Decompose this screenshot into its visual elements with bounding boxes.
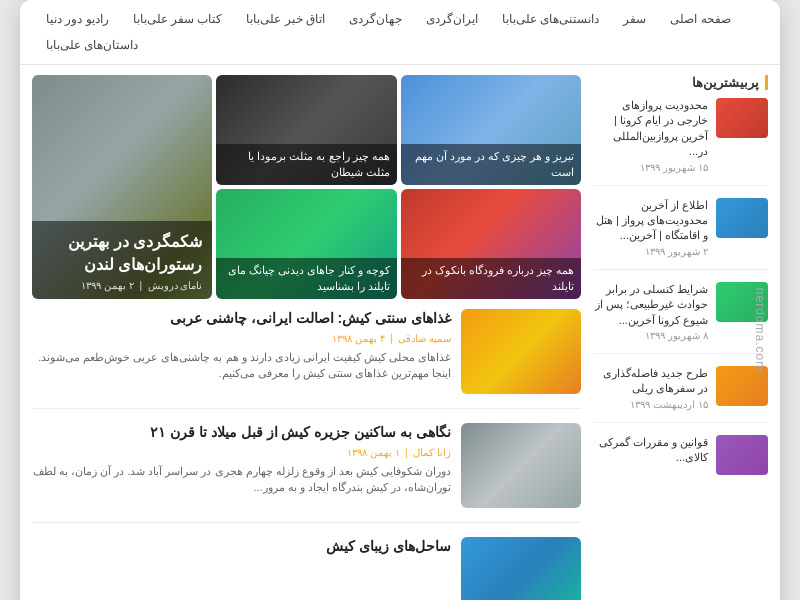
sidebar-text-3: طرح جدید فاصله‌گذاری در سفرهای ریلی ۱۵ ا… [593,366,708,410]
nav-item-0[interactable]: صفحه اصلی [660,8,740,30]
browser-frame: nerdoma.com صفحه اصلیسفردانستنی‌های علی‌… [20,0,780,600]
sidebar-title: پربیشترین‌ها [593,75,768,90]
sidebar-item-2[interactable]: شرایط کنسلی در برابر حوادث غیرطبیعی؛ پس … [593,282,768,354]
article-title-3: ساحل‌های زیبای کیش [32,537,451,557]
articles-list: غذاهای سنتی کیش: اصالت ایرانی، چاشنی عرب… [32,309,581,600]
nav-item-2[interactable]: دانستنی‌های علی‌بابا [492,8,609,30]
sidebar-item-4[interactable]: قوانین و مقررات گمرکی کالای... [593,435,768,487]
nav-item-8[interactable]: داستان‌های علی‌بابا [36,34,148,56]
nav-item-4[interactable]: جهان‌گردی [339,8,412,30]
main-content: پربیشترین‌ها محدودیت پروازهای خارجی در ا… [20,65,780,600]
nav-item-3[interactable]: ایران‌گردی [416,8,488,30]
nav-item-6[interactable]: کتاب سفر علی‌بابا [123,8,233,30]
nav-item-7[interactable]: رادیو دور دنیا [36,8,119,30]
article-thumb-1 [461,309,581,394]
article-info-1: غذاهای سنتی کیش: اصالت ایرانی، چاشنی عرب… [32,309,451,394]
hero-main[interactable]: شکمگردی در بهترین رستوران‌های لندن نامای… [32,75,212,299]
navbar: صفحه اصلیسفردانستنی‌های علی‌باباایران‌گر… [20,0,780,65]
article-card-2[interactable]: نگاهی به ساکنین جزیره کیش از قبل میلاد ت… [32,423,581,523]
sidebar-text-0: محدودیت پروازهای خارجی در ایام کرونا | آ… [593,98,708,173]
sidebar-item-title-4: قوانین و مقررات گمرکی کالای... [593,435,708,466]
sidebar-thumb-4 [716,435,768,475]
article-card-3[interactable]: ساحل‌های زیبای کیش [32,537,581,600]
sidebar-item-3[interactable]: طرح جدید فاصله‌گذاری در سفرهای ریلی ۱۵ ا… [593,366,768,423]
article-excerpt-2: دوران شکوفایی کیش بعد از وقوع زلزله چهار… [32,463,451,496]
article-thumb-2 [461,423,581,508]
watermark: nerdoma.com [753,288,767,372]
hero-caption-1: تبریز و هر چیزی که در مورد آن مهم است [401,144,581,185]
sidebar-item-date-1: ۲ شهریور ۱۳۹۹ [593,246,708,257]
article-info-3: ساحل‌های زیبای کیش [32,537,451,600]
hero-caption-4: کوچه و کنار جاهای دیدنی چیانگ مای تایلند… [216,258,396,299]
hero-cell-1[interactable]: تبریز و هر چیزی که در مورد آن مهم است [401,75,581,185]
article-card-1[interactable]: غذاهای سنتی کیش: اصالت ایرانی، چاشنی عرب… [32,309,581,409]
article-meta-1: سمیه صادقی | ۴ بهمن ۱۳۹۸ [32,333,451,344]
article-title-2: نگاهی به ساکنین جزیره کیش از قبل میلاد ت… [32,423,451,443]
sidebar-item-title-2: شرایط کنسلی در برابر حوادث غیرطبیعی؛ پس … [593,282,708,328]
sidebar-item-date-0: ۱۵ شهریور ۱۳۹۹ [593,162,708,173]
hero-grid: تبریز و هر چیزی که در مورد آن مهم است هم… [32,75,581,299]
nav-item-5[interactable]: اتاق خبر علی‌بابا [236,8,335,30]
article-meta-2: زانا کمال | ۱ بهمن ۱۳۹۸ [32,447,451,458]
hero-cell-4[interactable]: کوچه و کنار جاهای دیدنی چیانگ مای تایلند… [216,189,396,299]
sidebar-item-0[interactable]: محدودیت پروازهای خارجی در ایام کرونا | آ… [593,98,768,186]
article-title-1: غذاهای سنتی کیش: اصالت ایرانی، چاشنی عرب… [32,309,451,329]
sidebar-item-title-1: اطلاع از آخرین محدودیت‌های پرواز | هتل و… [593,198,708,244]
sidebar-item-title-0: محدودیت پروازهای خارجی در ایام کرونا | آ… [593,98,708,160]
nav-item-1[interactable]: سفر [613,8,656,30]
hero-main-caption: شکمگردی در بهترین رستوران‌های لندن نامای… [32,221,212,299]
sidebar-thumb-0 [716,98,768,138]
hero-caption-3: همه چیز درباره فرودگاه بانکوک در تایلند [401,258,581,299]
hero-caption-2: همه چیز راجع به مثلث برمودا یا مثلث شیطا… [216,144,396,185]
sidebar-item-1[interactable]: اطلاع از آخرین محدودیت‌های پرواز | هتل و… [593,198,768,270]
sidebar-item-date-3: ۱۵ اردیبهشت ۱۳۹۹ [593,399,708,410]
center-area: تبریز و هر چیزی که در مورد آن مهم است هم… [32,75,581,600]
sidebar-text-1: اطلاع از آخرین محدودیت‌های پرواز | هتل و… [593,198,708,257]
sidebar-text-2: شرایط کنسلی در برابر حوادث غیرطبیعی؛ پس … [593,282,708,341]
sidebar: پربیشترین‌ها محدودیت پروازهای خارجی در ا… [593,75,768,600]
hero-cell-2[interactable]: همه چیز راجع به مثلث برمودا یا مثلث شیطا… [216,75,396,185]
sidebar-text-4: قوانین و مقررات گمرکی کالای... [593,435,708,468]
sidebar-item-title-3: طرح جدید فاصله‌گذاری در سفرهای ریلی [593,366,708,397]
sidebar-item-date-2: ۸ شهریور ۱۳۹۹ [593,330,708,341]
article-excerpt-1: غذاهای محلی کیش کیفیت ایرانی زیادی دارند… [32,349,451,382]
hero-cell-3[interactable]: همه چیز درباره فرودگاه بانکوک در تایلند [401,189,581,299]
article-thumb-3 [461,537,581,600]
sidebar-thumb-1 [716,198,768,238]
article-info-2: نگاهی به ساکنین جزیره کیش از قبل میلاد ت… [32,423,451,508]
